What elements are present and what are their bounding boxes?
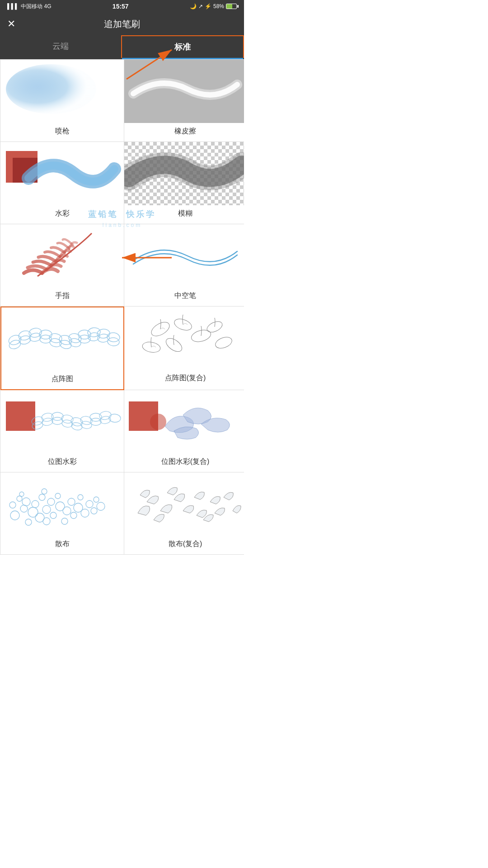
brush-cell-finger[interactable]: 手指 <box>0 224 124 307</box>
brush-label-bitmap-composite: 位图水彩(复合) <box>161 453 210 472</box>
status-left: ▌▌▌ 中国移动 4G <box>7 3 52 10</box>
brush-preview-bitmap <box>0 390 124 453</box>
brush-label-watercolor: 水彩 <box>55 205 70 224</box>
tab-standard[interactable]: 标准 <box>121 35 244 58</box>
brush-preview-airbrush <box>0 60 124 123</box>
brush-preview-finger <box>0 224 124 288</box>
brush-preview-scatter <box>0 472 124 536</box>
svg-point-78 <box>86 500 93 508</box>
brush-preview-scatter-composite <box>124 472 244 536</box>
location-icon: ↗ <box>198 3 203 9</box>
brush-preview-dot-composite <box>124 307 244 370</box>
brush-cell-eraser[interactable]: 橡皮擦 <box>124 60 244 142</box>
brush-cell-bitmap-composite[interactable]: 位图水彩(复合) <box>124 390 244 472</box>
svg-point-62 <box>17 496 22 501</box>
svg-point-61 <box>22 498 30 506</box>
svg-point-63 <box>28 507 38 517</box>
signal-icon: ▌▌▌ <box>7 3 19 9</box>
carrier-label: 中国移动 <box>21 3 42 10</box>
svg-point-77 <box>81 509 89 517</box>
battery-label: 58% <box>213 3 224 9</box>
svg-point-82 <box>25 519 32 525</box>
brush-cell-dot-composite[interactable]: 点阵图(复合) <box>124 307 244 390</box>
battery-icon <box>226 4 237 9</box>
svg-point-86 <box>42 489 47 494</box>
brush-cell-dot[interactable]: 点阵图 <box>0 307 124 390</box>
network-label: 4G <box>44 3 52 9</box>
brush-grid: 蓝铅笔 快乐学lianb.com 喷枪 <box>0 59 244 555</box>
tab-cloud[interactable]: 云端 <box>0 35 121 58</box>
status-bar: ▌▌▌ 中国移动 4G 15:57 🌙 ↗ ⚡ 58% <box>0 0 244 13</box>
brush-cell-bitmap[interactable]: 位图水彩 <box>0 390 124 472</box>
svg-point-85 <box>19 492 24 496</box>
brush-preview-hollow <box>124 224 244 288</box>
brush-label-scatter-composite: 散布(复合) <box>169 536 202 554</box>
svg-point-65 <box>39 494 45 500</box>
svg-point-71 <box>55 493 61 499</box>
brush-label-hollow: 中空笔 <box>174 288 196 306</box>
brush-label-scatter: 散布 <box>55 536 70 554</box>
close-button[interactable]: ✕ <box>7 18 15 30</box>
page-title: 追加笔刷 <box>104 18 140 30</box>
brush-cell-scatter[interactable]: 散布 <box>0 472 124 555</box>
svg-point-81 <box>97 502 105 510</box>
brush-cell-scatter-composite[interactable]: 散布(复合) <box>124 472 244 555</box>
brush-cell-blur[interactable]: 模糊 <box>124 142 244 224</box>
svg-point-37 <box>214 335 233 350</box>
svg-point-0 <box>6 64 96 114</box>
svg-rect-38 <box>6 401 35 431</box>
brush-label-dot: 点阵图 <box>52 371 73 389</box>
brush-cell-airbrush[interactable]: 喷枪 <box>0 60 124 142</box>
svg-point-19 <box>107 332 120 342</box>
brush-label-eraser: 橡皮擦 <box>174 123 196 142</box>
status-right: 🌙 ↗ ⚡ 58% <box>190 3 237 9</box>
tab-bar: 云端 标准 <box>0 35 244 59</box>
svg-point-84 <box>61 518 68 524</box>
svg-point-83 <box>43 518 50 525</box>
brush-label-bitmap: 位图水彩 <box>48 453 77 472</box>
svg-point-80 <box>94 497 99 502</box>
svg-point-16 <box>78 330 91 339</box>
svg-point-58 <box>10 511 19 520</box>
brush-cell-watercolor[interactable]: 水彩 <box>0 142 124 224</box>
svg-point-64 <box>32 500 39 508</box>
brush-label-blur: 模糊 <box>178 205 192 224</box>
brush-cell-hollow[interactable]: 中空笔 <box>124 224 244 307</box>
svg-point-60 <box>9 502 16 508</box>
svg-point-76 <box>78 495 83 500</box>
brush-label-finger: 手指 <box>55 288 70 306</box>
svg-point-69 <box>50 512 56 519</box>
svg-point-50 <box>52 417 63 425</box>
svg-point-72 <box>63 507 71 515</box>
moon-icon: 🌙 <box>190 3 197 9</box>
svg-point-79 <box>91 508 97 514</box>
header: ✕ 追加笔刷 <box>0 13 244 35</box>
svg-point-73 <box>68 498 75 505</box>
svg-point-49 <box>41 417 53 426</box>
brush-preview-dot <box>1 307 123 371</box>
brush-preview-watercolor <box>0 142 124 205</box>
bluetooth-icon: ⚡ <box>205 3 211 9</box>
svg-point-18 <box>97 329 110 339</box>
svg-point-57 <box>150 414 166 430</box>
time-display: 15:57 <box>113 3 129 10</box>
brush-label-airbrush: 喷枪 <box>55 123 70 142</box>
brush-preview-eraser <box>124 60 244 123</box>
brush-preview-blur <box>124 142 244 205</box>
brush-preview-bitmap-composite <box>124 390 244 453</box>
svg-point-68 <box>47 498 55 505</box>
svg-point-74 <box>70 512 77 519</box>
brush-label-dot-composite: 点阵图(复合) <box>165 370 206 388</box>
svg-point-67 <box>42 505 51 514</box>
